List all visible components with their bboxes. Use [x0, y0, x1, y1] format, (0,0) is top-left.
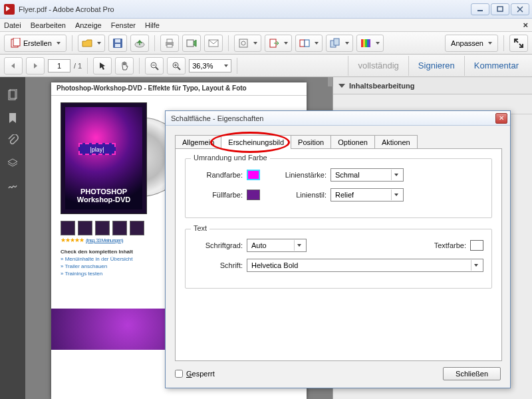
color-button[interactable] — [356, 35, 384, 52]
thumbnail[interactable] — [61, 221, 75, 235]
line-style-select[interactable]: Relief — [331, 188, 404, 201]
thumbnail[interactable] — [112, 221, 127, 235]
thumbnail[interactable] — [78, 221, 92, 235]
zoom-in-button[interactable] — [167, 57, 186, 74]
dialog-close-action-button[interactable]: Schließen — [443, 367, 501, 380]
svg-rect-15 — [239, 39, 247, 47]
convert-button[interactable] — [295, 35, 323, 52]
panel-header-content-editing[interactable]: Inhaltsbearbeitung — [333, 77, 532, 94]
scan-icon — [238, 38, 249, 49]
pane-resize-handle[interactable] — [328, 77, 333, 86]
zoom-select[interactable]: 36,3% — [189, 59, 231, 72]
rainbow-icon — [360, 38, 371, 49]
fullscreen-button[interactable] — [509, 35, 528, 52]
tab-aktionen[interactable]: Aktionen — [374, 135, 418, 149]
signatures-panel-icon[interactable] — [7, 180, 19, 192]
tools-full-button[interactable]: vollständig — [348, 56, 408, 76]
expand-icon — [513, 38, 524, 49]
tab-erscheinungsbild[interactable]: Erscheinungsbild — [221, 135, 291, 149]
fill-color-swatch[interactable] — [247, 190, 260, 200]
nav-toolbar: / 1 36,3% vollständig Signieren Kommenta… — [0, 55, 532, 77]
line-weight-select[interactable]: Schmal — [331, 168, 404, 182]
page-number-input[interactable] — [48, 59, 70, 72]
bookmarks-panel-icon[interactable] — [7, 112, 19, 124]
group-legend: Umrandung und Farbe — [191, 154, 270, 162]
zoom-out-button[interactable] — [145, 57, 164, 74]
panel-header-label: Inhaltsbearbeitung — [349, 82, 414, 90]
dropdown-icon — [57, 42, 61, 45]
menu-fenster[interactable]: Fenster — [111, 21, 136, 29]
svg-rect-19 — [305, 40, 309, 47]
export-button[interactable] — [265, 35, 292, 52]
maximize-button[interactable] — [491, 3, 509, 15]
svg-rect-5 — [13, 38, 20, 46]
export-icon — [269, 38, 279, 49]
locked-checkbox-input[interactable] — [175, 370, 183, 378]
share-button[interactable] — [182, 35, 201, 52]
svg-rect-23 — [363, 39, 365, 47]
pages-panel-icon[interactable] — [7, 89, 19, 101]
create-button[interactable]: Erstellen — [4, 35, 66, 52]
border-color-swatch[interactable] — [247, 170, 260, 180]
font-size-select[interactable]: Auto — [247, 239, 307, 252]
thumbnail[interactable] — [95, 221, 110, 235]
prev-page-button[interactable] — [4, 57, 23, 74]
svg-rect-13 — [187, 40, 194, 47]
customize-label: Anpassen — [451, 39, 483, 47]
group-text: Text Schriftgrad: Auto Textfarbe: Schrif… — [185, 229, 492, 289]
page-total: / 1 — [74, 62, 82, 70]
layers-panel-icon[interactable] — [7, 157, 19, 169]
svg-rect-7 — [115, 39, 120, 43]
close-window-button[interactable] — [511, 3, 529, 15]
tab-allgemein[interactable]: Allgemein — [175, 135, 221, 149]
svg-point-16 — [241, 41, 245, 45]
customize-button[interactable]: Anpassen — [445, 35, 498, 52]
menu-anzeige[interactable]: Anzeige — [75, 21, 102, 29]
cloud-button[interactable] — [130, 35, 149, 52]
text-color-swatch[interactable] — [470, 240, 483, 251]
scan-button[interactable] — [234, 35, 261, 52]
window-titlebar: Flyer.pdf - Adobe Acrobat Pro — [0, 0, 532, 19]
disclosure-triangle-icon — [338, 84, 345, 88]
sign-button[interactable]: Signieren — [408, 56, 464, 76]
main-toolbar: Erstellen Anpassen — [0, 32, 532, 55]
dialog-close-button[interactable]: ✕ — [495, 113, 507, 124]
play-button-field[interactable]: |play| — [78, 143, 116, 155]
svg-rect-22 — [361, 39, 363, 47]
email-button[interactable] — [204, 35, 223, 52]
svg-line-29 — [156, 67, 158, 70]
svg-rect-11 — [167, 39, 172, 43]
combine-button[interactable] — [326, 35, 353, 52]
open-button[interactable] — [78, 35, 105, 52]
zoom-value: 36,3% — [192, 62, 213, 70]
label-font: Schrift: — [194, 261, 243, 269]
save-button[interactable] — [108, 35, 127, 52]
attachments-panel-icon[interactable] — [7, 134, 19, 146]
menu-bearbeiten[interactable]: Bearbeiten — [31, 21, 66, 29]
menu-datei[interactable]: Datei — [4, 21, 21, 29]
svg-rect-26 — [369, 39, 370, 47]
hand-tool-button[interactable] — [115, 57, 134, 74]
print-button[interactable] — [160, 35, 179, 52]
select-tool-button[interactable] — [93, 57, 112, 74]
font-select[interactable]: Helvetica Bold — [247, 259, 483, 272]
locked-checkbox[interactable]: Gesperrt — [175, 370, 215, 378]
menu-hilfe[interactable]: Hilfe — [145, 21, 160, 29]
rating-link[interactable]: (Insg. 33 Meinungen) — [86, 237, 123, 243]
minimize-button[interactable] — [471, 3, 489, 15]
menubar: Datei Bearbeiten Anzeige Fenster Hilfe × — [0, 19, 532, 32]
tab-optionen[interactable]: Optionen — [331, 135, 375, 149]
close-document-button[interactable]: × — [523, 20, 528, 30]
printer-icon — [164, 38, 175, 49]
svg-rect-21 — [334, 39, 339, 45]
label-fill-color: Füllfarbe: — [194, 191, 243, 199]
cloud-icon — [134, 38, 145, 49]
tab-position[interactable]: Position — [291, 135, 331, 149]
next-page-button[interactable] — [26, 57, 45, 74]
create-pdf-icon — [10, 38, 21, 49]
dialog-titlebar[interactable]: Schaltfläche - Eigenschaften ✕ — [166, 111, 510, 126]
svg-rect-24 — [365, 39, 367, 47]
page-heading: Photoshop-Workshop-DVD - Effekte für Typ… — [51, 82, 307, 96]
thumbnail[interactable] — [130, 221, 144, 235]
comment-button[interactable]: Kommentar — [464, 56, 528, 76]
